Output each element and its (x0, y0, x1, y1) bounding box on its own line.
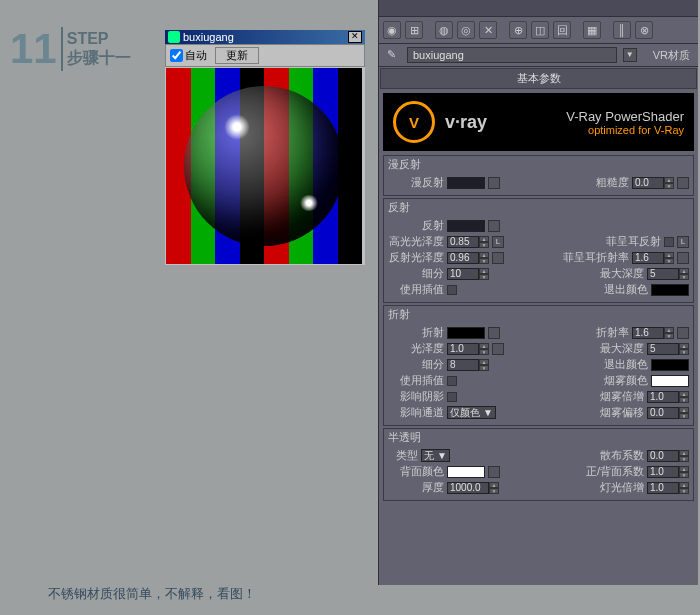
window-icon (168, 31, 180, 43)
fogcolor-swatch[interactable] (651, 375, 689, 387)
lock-button[interactable]: L (677, 236, 689, 248)
maxdepth-spinner[interactable]: ▲▼ (647, 268, 689, 280)
reflect-color-swatch[interactable] (447, 220, 485, 232)
reflect-gloss-spinner[interactable]: ▲▼ (447, 252, 489, 264)
map-slot[interactable] (488, 327, 500, 339)
fogbias-spinner[interactable]: ▲▼ (647, 407, 689, 419)
refract-subdiv-spinner[interactable]: ▲▼ (447, 359, 489, 371)
fbcoef-spinner[interactable]: ▲▼ (647, 466, 689, 478)
tool-icon[interactable]: ◍ (435, 21, 453, 39)
scatter-spinner[interactable]: ▲▼ (647, 450, 689, 462)
diffuse-color-swatch[interactable] (447, 177, 485, 189)
fogcolor-label: 烟雾颜色 (602, 373, 648, 388)
preview-title-text: buxiugang (183, 31, 234, 43)
tool-icon[interactable]: ◫ (531, 21, 549, 39)
useinterp-checkbox[interactable] (447, 285, 457, 295)
map-slot[interactable] (488, 466, 500, 478)
tool-icon[interactable]: ◎ (457, 21, 475, 39)
tool-icon[interactable]: ▦ (583, 21, 601, 39)
fresnel-ior-spinner[interactable]: ▲▼ (632, 252, 674, 264)
tool-icon[interactable]: ⊗ (635, 21, 653, 39)
material-type-label[interactable]: VR材质 (653, 48, 690, 63)
auto-checkbox-label[interactable]: 自动 (170, 48, 207, 63)
roughness-spinner[interactable]: ▲▼ (632, 177, 674, 189)
material-select-row: ✎ buxiugang ▼ VR材质 (379, 44, 698, 67)
channel-label: 影响通道 (388, 405, 444, 420)
thickness-spinner[interactable]: ▲▼ (447, 482, 499, 494)
step-label-cn: 步骤十一 (67, 48, 131, 69)
gloss-spinner[interactable]: ▲▼ (447, 343, 489, 355)
vray-brand: v·ray (445, 112, 487, 133)
useinterp-label: 使用插值 (388, 373, 444, 388)
hilight-gloss-spinner[interactable]: ▲▼ (447, 236, 489, 248)
map-slot[interactable] (488, 177, 500, 189)
tool-icon[interactable]: ⊕ (509, 21, 527, 39)
refract-label: 折射 (388, 325, 444, 340)
map-slot[interactable] (677, 327, 689, 339)
vray-tagline1: V-Ray PowerShader (566, 109, 684, 124)
lightmult-label: 灯光倍增 (598, 480, 644, 495)
shadow-label: 影响阴影 (388, 389, 444, 404)
fresnel-label: 菲呈耳反射 (606, 234, 661, 249)
preview-sphere (184, 86, 344, 246)
group-title: 反射 (388, 200, 689, 215)
step-badge: 11 STEP 步骤十一 (10, 25, 131, 73)
map-slot[interactable] (677, 252, 689, 264)
refract-maxdepth-spinner[interactable]: ▲▼ (647, 343, 689, 355)
sphere-highlight (224, 114, 250, 140)
material-editor-panel: ◉ ⊞ ◍ ◎ ✕ ⊕ ◫ 回 ▦ ║ ⊗ ✎ buxiugang ▼ VR材质… (378, 0, 698, 585)
maxdepth-label: 最大深度 (598, 266, 644, 281)
backcolor-label: 背面颜色 (388, 464, 444, 479)
tool-icon[interactable]: 回 (553, 21, 571, 39)
dropdown-arrow-icon[interactable]: ▼ (623, 48, 637, 62)
hilight-gloss-label: 高光光泽度 (388, 234, 444, 249)
refract-useinterp-checkbox[interactable] (447, 376, 457, 386)
step-divider (61, 27, 63, 71)
material-name-field[interactable]: buxiugang (407, 47, 617, 63)
tool-icon[interactable]: ║ (613, 21, 631, 39)
subdiv-spinner[interactable]: ▲▼ (447, 268, 489, 280)
map-slot[interactable] (488, 220, 500, 232)
map-slot[interactable] (492, 343, 504, 355)
tool-icon[interactable]: ◉ (383, 21, 401, 39)
update-button[interactable]: 更新 (215, 47, 259, 64)
tool-icon[interactable]: ✕ (479, 21, 497, 39)
refract-exitcolor-swatch[interactable] (651, 359, 689, 371)
lightmult-spinner[interactable]: ▲▼ (647, 482, 689, 494)
tool-icon[interactable]: ⊞ (405, 21, 423, 39)
subdiv-label: 细分 (388, 357, 444, 372)
backcolor-swatch[interactable] (447, 466, 485, 478)
exitcolor-swatch[interactable] (651, 284, 689, 296)
step-label-en: STEP (67, 30, 131, 48)
map-slot[interactable] (492, 252, 504, 264)
fresnel-checkbox[interactable] (664, 237, 674, 247)
eyedropper-icon[interactable]: ✎ (387, 48, 401, 62)
basic-params-header[interactable]: 基本参数 (380, 68, 697, 89)
caption-text: 不锈钢材质很简单，不解释，看图！ (48, 585, 256, 603)
preview-toolbar: 自动 更新 (165, 44, 365, 67)
refract-group: 折射 折射 折射率 ▲▼ 光泽度 ▲▼ 最大深度 ▲▼ 细分 ▲▼ 退出颜色 使… (383, 305, 694, 426)
maxdepth-label: 最大深度 (598, 341, 644, 356)
type-select[interactable]: 无▼ (421, 449, 450, 462)
fogbias-label: 烟雾偏移 (598, 405, 644, 420)
reflect-gloss-label: 反射光泽度 (388, 250, 444, 265)
auto-checkbox[interactable] (170, 49, 183, 62)
vray-banner: V v·ray V-Ray PowerShader optimized for … (383, 93, 694, 151)
channel-select[interactable]: 仅颜色▼ (447, 406, 496, 419)
preview-canvas (166, 68, 362, 264)
vray-logo-icon: V (393, 101, 435, 143)
translucency-group: 半透明 类型 无▼ 散布系数 ▲▼ 背面颜色 正/背面系数 ▲▼ 厚度 ▲▼ 灯… (383, 428, 694, 501)
lock-button[interactable]: L (492, 236, 504, 248)
shadow-checkbox[interactable] (447, 392, 457, 402)
refract-color-swatch[interactable] (447, 327, 485, 339)
roughness-input[interactable] (632, 177, 664, 189)
ior-spinner[interactable]: ▲▼ (632, 327, 674, 339)
diffuse-label: 漫反射 (388, 175, 444, 190)
fogmult-spinner[interactable]: ▲▼ (647, 391, 689, 403)
useinterp-label: 使用插值 (388, 282, 444, 297)
close-icon[interactable]: ✕ (348, 31, 362, 43)
scatter-label: 散布系数 (598, 448, 644, 463)
map-slot[interactable] (677, 177, 689, 189)
preview-titlebar[interactable]: buxiugang ✕ (165, 30, 365, 44)
exitcolor-label: 退出颜色 (602, 282, 648, 297)
